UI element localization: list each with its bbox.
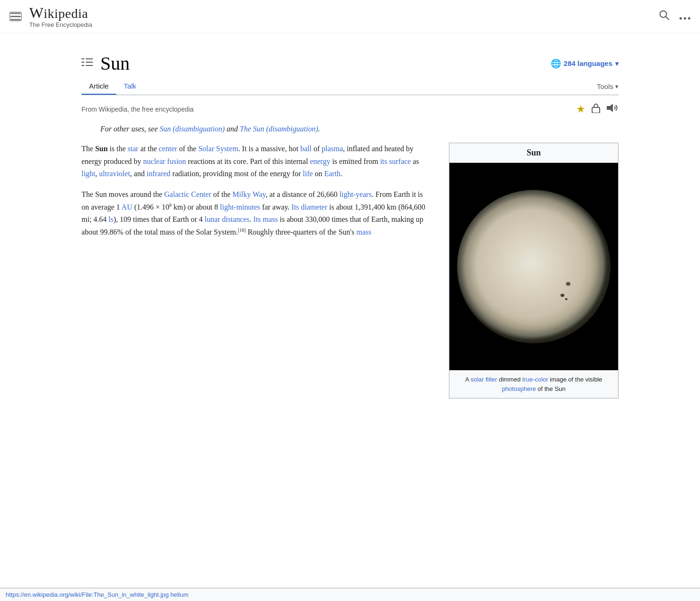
link-its-diameter[interactable]: Its diameter — [292, 203, 327, 211]
link-lunar-distances[interactable]: lunar distances — [204, 215, 250, 223]
svg-point-18 — [565, 298, 568, 300]
more-options-button[interactable] — [679, 10, 691, 23]
caption-link-true-color[interactable]: true-color — [522, 376, 548, 383]
link-center[interactable]: center — [159, 145, 177, 153]
caption-link-photosphere[interactable]: photosphere — [502, 385, 536, 392]
from-wikipedia-text: From Wikipedia, the free encyclopedia — [81, 106, 194, 113]
link-plasma[interactable]: plasma — [322, 145, 343, 153]
audio-icon[interactable] — [606, 103, 619, 115]
link-infrared[interactable]: infrared — [147, 170, 171, 178]
chevron-down-icon: ▾ — [615, 60, 619, 67]
toc-icon[interactable] — [81, 57, 93, 70]
svg-point-0 — [660, 11, 667, 17]
link-light[interactable]: light — [81, 170, 95, 178]
lock-icon[interactable] — [591, 103, 601, 115]
infobox: Sun — [449, 143, 619, 398]
languages-button[interactable]: 🌐 284 languages ▾ — [551, 58, 619, 69]
link-ultraviolet[interactable]: ultraviolet — [99, 170, 130, 178]
from-wikipedia-bar: From Wikipedia, the free encyclopedia ★ — [81, 103, 619, 115]
tabs-left: Article Talk — [81, 78, 144, 95]
link-life[interactable]: life — [303, 170, 313, 178]
disambig-link-1[interactable]: Sun (disambiguation) — [160, 125, 225, 133]
link-ball[interactable]: ball — [300, 145, 311, 153]
svg-point-15 — [457, 190, 610, 343]
link-milky-way[interactable]: Milky Way — [232, 190, 266, 198]
title-left: Sun — [81, 52, 130, 74]
link-earth[interactable]: Earth — [324, 170, 341, 178]
link-nuclear-fusion[interactable]: nuclear fusion — [143, 157, 186, 165]
language-icon: 🌐 — [551, 58, 561, 69]
title-bar: Sun 🌐 284 languages ▾ — [81, 52, 619, 74]
svg-point-16 — [566, 282, 570, 286]
disambig-link-2[interactable]: The Sun (disambiguation) — [240, 125, 318, 133]
tools-chevron-icon: ▾ — [615, 83, 619, 90]
svg-rect-11 — [592, 107, 600, 113]
article-body: The Sun is the star at the center of the… — [81, 143, 619, 398]
infobox-title: Sun — [449, 143, 618, 163]
link-light-years[interactable]: light-years — [339, 190, 371, 198]
site-header: Wikipedia The Free Encyclopedia — [0, 0, 700, 33]
svg-point-2 — [680, 17, 682, 20]
link-au[interactable]: AU — [122, 203, 132, 211]
svg-marker-12 — [607, 104, 613, 112]
tools-button[interactable]: Tools ▾ — [597, 82, 619, 90]
link-its-mass[interactable]: Its mass — [253, 215, 278, 223]
link-star[interactable]: star — [128, 145, 138, 153]
svg-point-4 — [688, 17, 691, 20]
disambiguation-notice: For other uses, see Sun (disambiguation)… — [100, 125, 619, 133]
tabs-bar: Article Talk Tools ▾ — [81, 78, 619, 95]
link-light-minutes[interactable]: light-minutes — [220, 203, 260, 211]
link-solar-system[interactable]: Solar System — [198, 145, 238, 153]
paragraph-2: The Sun moves around the Galactic Center… — [81, 188, 425, 238]
link-energy[interactable]: energy — [310, 157, 330, 165]
svg-point-17 — [561, 294, 564, 297]
site-logo-subtitle: The Free Encyclopedia — [29, 21, 92, 28]
article-title: Sun — [100, 52, 130, 74]
tools-label: Tools — [597, 82, 613, 90]
link-its-surface[interactable]: its surface — [380, 157, 411, 165]
search-button[interactable] — [659, 9, 670, 24]
article-text: The Sun is the star at the center of the… — [81, 143, 425, 247]
site-logo-title: Wikipedia — [29, 5, 92, 21]
svg-line-1 — [666, 17, 669, 20]
tab-talk[interactable]: Talk — [116, 78, 144, 95]
paragraph-1: The Sun is the star at the center of the… — [81, 143, 425, 180]
logo-area: Wikipedia The Free Encyclopedia — [29, 5, 92, 28]
link-ls[interactable]: ls — [108, 215, 114, 223]
tab-article[interactable]: Article — [81, 78, 116, 95]
article-icons: ★ — [576, 103, 619, 115]
featured-star-icon[interactable]: ★ — [576, 103, 586, 115]
header-right — [659, 9, 691, 24]
svg-point-3 — [684, 17, 686, 20]
sun-image — [449, 163, 618, 370]
infobox-caption: A solar filter dimmed true-color image o… — [449, 370, 618, 398]
languages-label: 284 languages — [564, 59, 612, 67]
header-left: Wikipedia The Free Encyclopedia — [9, 5, 92, 28]
link-mass[interactable]: mass — [356, 228, 371, 236]
content-area: Sun 🌐 284 languages ▾ Article Talk Tools… — [67, 33, 633, 408]
caption-link-solar-filter[interactable]: solar filter — [471, 376, 497, 383]
menu-button[interactable] — [9, 12, 22, 21]
link-galactic-center[interactable]: Galactic Center — [164, 190, 212, 198]
